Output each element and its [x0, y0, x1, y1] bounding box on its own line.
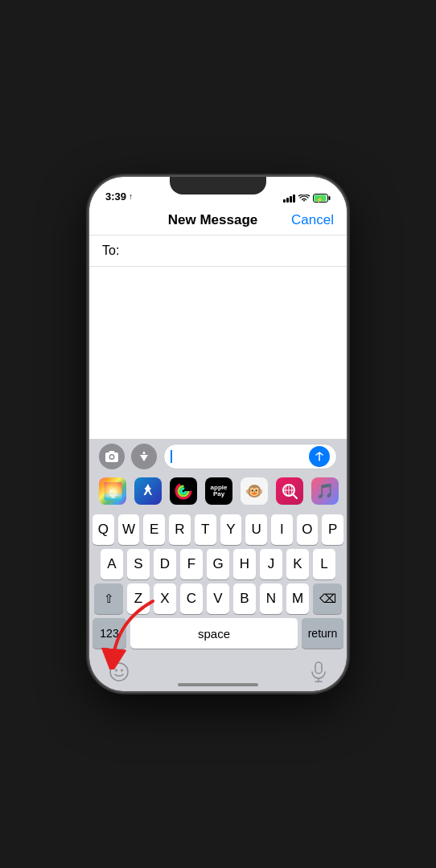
apps-button[interactable]	[131, 444, 157, 469]
phone-inner: 3:39 ↑	[89, 177, 347, 691]
numbers-key[interactable]: 123	[93, 618, 126, 649]
key-v[interactable]: V	[207, 583, 229, 614]
svg-point-14	[115, 669, 117, 672]
appstore-icon[interactable]	[134, 477, 162, 505]
key-b[interactable]: B	[233, 583, 256, 614]
text-cursor	[171, 450, 172, 463]
key-r[interactable]: R	[169, 514, 191, 545]
page-title: New Message	[168, 212, 258, 228]
svg-point-7	[181, 489, 186, 493]
shift-key[interactable]: ⇧	[94, 583, 123, 614]
space-key[interactable]: space	[130, 618, 298, 649]
key-c[interactable]: C	[180, 583, 203, 614]
status-time: 3:39 ↑	[105, 190, 133, 203]
keyboard-row-3: ⇧ Z X C V B N M ⌫	[93, 583, 343, 614]
key-a[interactable]: A	[101, 549, 123, 579]
keyboard: Q W E R T Y U I O P A S D F G H J K	[89, 510, 347, 656]
notch	[170, 177, 266, 194]
key-e[interactable]: E	[143, 514, 165, 545]
applepay-icon[interactable]: applePay	[205, 477, 232, 505]
mic-button[interactable]	[310, 661, 327, 686]
key-m[interactable]: M	[286, 583, 309, 614]
backspace-key[interactable]: ⌫	[313, 583, 342, 614]
key-g[interactable]: G	[207, 549, 229, 579]
key-i[interactable]: I	[271, 514, 293, 545]
key-n[interactable]: N	[260, 583, 282, 614]
app-store-icon	[138, 450, 150, 463]
to-input[interactable]	[125, 244, 334, 258]
key-z[interactable]: Z	[127, 583, 150, 614]
cancel-button[interactable]: Cancel	[291, 212, 334, 228]
return-key[interactable]: return	[302, 618, 343, 649]
svg-point-4	[110, 456, 113, 459]
send-button[interactable]	[309, 446, 330, 467]
key-j[interactable]: J	[260, 549, 282, 579]
activity-rings-icon	[174, 481, 193, 501]
key-x[interactable]: X	[154, 583, 176, 614]
time-display: 3:39	[105, 190, 126, 203]
phone-frame: 3:39 ↑	[89, 177, 347, 691]
wifi-icon	[298, 194, 310, 203]
keyboard-row-1: Q W E R T Y U I O P	[93, 514, 343, 545]
key-d[interactable]: D	[154, 549, 176, 579]
location-icon: ↑	[129, 192, 133, 201]
message-toolbar	[89, 439, 347, 474]
monkey-emoji: 🐵	[245, 482, 263, 500]
key-w[interactable]: W	[118, 514, 140, 545]
monkey-icon[interactable]: 🐵	[241, 477, 268, 505]
photos-app-icon[interactable]: 🌅	[99, 477, 126, 505]
home-indicator	[178, 683, 258, 686]
battery-icon: ⚡	[313, 194, 331, 203]
nav-bar: New Message Cancel	[89, 206, 347, 235]
status-icons: ⚡	[283, 194, 331, 203]
key-k[interactable]: K	[286, 549, 309, 579]
key-p[interactable]: P	[322, 514, 343, 545]
app-icons-row: 🌅 applePay 🐵	[89, 474, 347, 510]
key-t[interactable]: T	[195, 514, 216, 545]
svg-point-13	[110, 663, 128, 681]
key-s[interactable]: S	[127, 549, 150, 579]
key-q[interactable]: Q	[93, 514, 114, 545]
svg-rect-1	[329, 196, 331, 200]
key-f[interactable]: F	[180, 549, 203, 579]
camera-button[interactable]	[99, 444, 125, 469]
globesearch-icon[interactable]	[276, 477, 303, 505]
photos-icon-glyph: 🌅	[103, 481, 123, 501]
keyboard-row-2: A S D F G H J K L	[93, 549, 343, 579]
svg-point-15	[121, 669, 123, 672]
message-area: To:	[89, 235, 347, 439]
svg-line-9	[293, 494, 297, 498]
emoji-icon	[109, 661, 130, 682]
music-icon[interactable]: 🎵	[311, 477, 339, 505]
to-label: To:	[102, 244, 119, 258]
microphone-icon	[310, 661, 327, 682]
activity-icon[interactable]	[170, 477, 197, 505]
message-input-field[interactable]	[163, 444, 337, 469]
key-h[interactable]: H	[233, 549, 256, 579]
key-y[interactable]: Y	[220, 514, 242, 545]
svg-text:⚡: ⚡	[316, 196, 323, 203]
signal-icon	[283, 194, 295, 203]
key-l[interactable]: L	[313, 549, 335, 579]
to-field: To:	[89, 235, 347, 267]
send-icon	[315, 452, 324, 461]
keyboard-row-bottom: 123 space return	[93, 618, 343, 649]
svg-rect-16	[315, 662, 322, 674]
music-emoji: 🎵	[316, 482, 334, 500]
compose-area[interactable]	[89, 267, 347, 363]
emoji-button[interactable]	[109, 661, 130, 686]
globesearch-glyph	[281, 482, 298, 500]
appstore-glyph	[139, 482, 157, 500]
key-u[interactable]: U	[245, 514, 267, 545]
key-o[interactable]: O	[297, 514, 319, 545]
emoji-button-container	[109, 661, 130, 686]
camera-icon	[105, 451, 118, 462]
applepay-label: applePay	[211, 485, 228, 497]
